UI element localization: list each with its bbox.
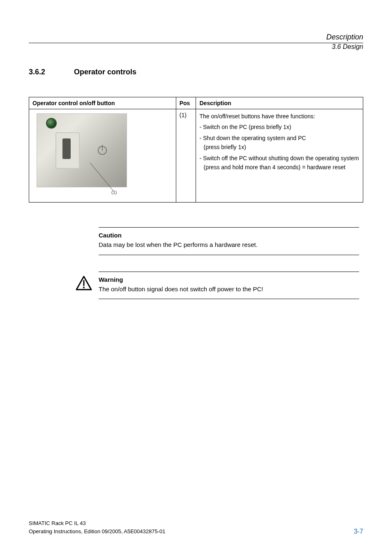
th-operator-control: Operator control on/off button bbox=[29, 97, 176, 109]
footer-page-number: 3-7 bbox=[354, 528, 363, 535]
th-description: Description bbox=[196, 97, 363, 109]
svg-point-3 bbox=[83, 287, 85, 288]
warning-box: Warning The on/off button signal does no… bbox=[99, 272, 359, 299]
operator-control-image: (1) bbox=[32, 113, 173, 200]
lens-icon bbox=[46, 118, 57, 129]
caution-head: Caution bbox=[99, 232, 359, 239]
footer-line-2: Operating Instructions, Edition 09/2005,… bbox=[29, 527, 165, 536]
th-pos: Pos bbox=[176, 97, 196, 109]
page-footer: SIMATIC Rack PC IL 43 Operating Instruct… bbox=[29, 519, 363, 535]
table-row: (1) (1) The on/off/reset buttons have th… bbox=[29, 109, 363, 203]
image-callout-label: (1) bbox=[111, 190, 117, 195]
section-title: Operator controls bbox=[74, 68, 136, 76]
footer-line-1: SIMATIC Rack PC IL 43 bbox=[29, 519, 165, 527]
operator-controls-table: Operator control on/off button Pos Descr… bbox=[29, 97, 363, 203]
section-number: 3.6.2 bbox=[29, 68, 74, 76]
caution-box: Caution Data may be lost when the PC per… bbox=[99, 227, 359, 255]
svg-line-0 bbox=[90, 163, 114, 191]
leader-line bbox=[90, 163, 123, 192]
caution-text: Data may be lost when the PC performs a … bbox=[99, 240, 359, 250]
desc-item-3a: - Switch off the PC without shutting dow… bbox=[199, 154, 360, 163]
table-header-row: Operator control on/off button Pos Descr… bbox=[29, 97, 363, 109]
header-title: Description bbox=[29, 33, 363, 41]
desc-item-3b: (press and hold more than 4 seconds) = h… bbox=[203, 163, 360, 172]
header-subtitle: 3.6 Design bbox=[330, 43, 364, 51]
section-heading: 3.6.2 Operator controls bbox=[29, 68, 363, 76]
header-rule bbox=[29, 43, 363, 43]
desc-item-2a: - Shut down the operating system and PC bbox=[199, 134, 360, 143]
warning-icon bbox=[76, 276, 92, 292]
cell-image: (1) bbox=[29, 109, 176, 203]
description-list: The on/off/reset buttons have three func… bbox=[199, 112, 360, 172]
footer-left: SIMATIC Rack PC IL 43 Operating Instruct… bbox=[29, 519, 165, 535]
page-header: Description 3.6 Design bbox=[29, 33, 363, 51]
cell-description: The on/off/reset buttons have three func… bbox=[196, 109, 363, 203]
desc-item-1: - Switch on the PC (press briefly 1x) bbox=[199, 122, 360, 131]
cell-pos: (1) bbox=[176, 109, 196, 203]
power-icon bbox=[98, 146, 107, 155]
desc-intro: The on/off/reset buttons have three func… bbox=[199, 112, 360, 121]
desc-item-2b: (press briefly 1x) bbox=[203, 143, 360, 152]
warning-text: The on/off button signal does not switch… bbox=[99, 285, 359, 294]
warning-head: Warning bbox=[99, 276, 359, 283]
